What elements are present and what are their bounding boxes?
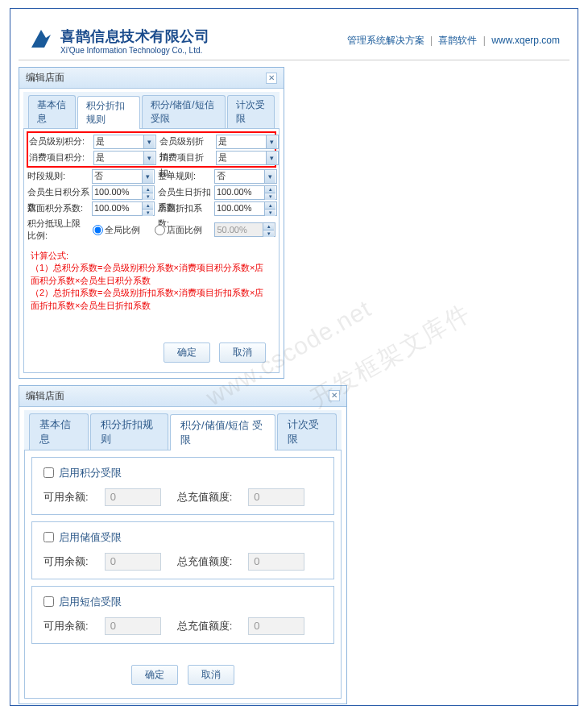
tab-basic-info-2[interactable]: 基本信息 bbox=[29, 413, 89, 450]
link-software[interactable]: 喜鹊软件 bbox=[438, 35, 477, 46]
tab-points-discount-rules[interactable]: 积分折扣规则 bbox=[77, 96, 140, 129]
link-url[interactable]: www.xqerp.com bbox=[491, 35, 560, 46]
tab-count-limit[interactable]: 计次受限 bbox=[227, 95, 275, 128]
label-time-rule: 时段规则: bbox=[27, 168, 90, 184]
dialog2-title: 编辑店面 bbox=[26, 389, 64, 403]
tab-count-limit-2[interactable]: 计次受限 bbox=[277, 413, 337, 450]
ok-button[interactable]: 确定 bbox=[164, 342, 210, 363]
cancel-button-2[interactable]: 取消 bbox=[188, 665, 234, 685]
input-birthday-points-coef[interactable]: 100.00%▴▾ bbox=[92, 185, 155, 200]
dialog-edit-store-2: 编辑店面 ✕ 基本信息 积分折扣规则 积分/储值/短信 受限 计次受限 启用积分… bbox=[19, 385, 347, 704]
label-store-discount-coef: 店面折扣系数: bbox=[158, 201, 213, 216]
close-icon[interactable]: ✕ bbox=[329, 390, 340, 401]
checkbox-enable-recharge-limit[interactable] bbox=[43, 532, 54, 542]
label-member-level-points: 会员级别积分: bbox=[29, 134, 92, 149]
dialog1-tabs: 基本信息 积分折扣规则 积分/储值/短信 受限 计次受限 bbox=[23, 92, 280, 129]
label-consume-item-points: 消费项目积分: bbox=[29, 150, 92, 165]
formula-text: 计算公式: （1）总积分系数=会员级别积分系数×消费项目积分系数×店面积分系数×… bbox=[27, 247, 275, 315]
input-store-discount-coef[interactable]: 100.00%▴▾ bbox=[214, 201, 277, 216]
input-avail-2 bbox=[105, 617, 161, 635]
radio-store-ratio[interactable]: 店面比例 bbox=[155, 224, 202, 236]
tab-points-recharge-sms-limit[interactable]: 积分/储值/短信 受限 bbox=[142, 95, 226, 128]
select-consume-item-discount[interactable]: 是▾ bbox=[216, 151, 279, 165]
input-avail-1 bbox=[105, 553, 161, 571]
input-total-0 bbox=[248, 488, 304, 506]
label-consume-item-discount: 消费项目折扣: bbox=[159, 150, 214, 165]
section-sms-limit: 启用短信受限 可用余额: 总充值额度: bbox=[31, 586, 334, 644]
select-whole-order-rule[interactable]: 否▾ bbox=[214, 169, 277, 184]
input-store-points-coef[interactable]: 100.00%▴▾ bbox=[92, 201, 155, 216]
label-member-level-discount: 会员级别折扣: bbox=[159, 134, 214, 149]
checkbox-enable-sms-limit[interactable] bbox=[43, 596, 54, 607]
input-avail-0 bbox=[105, 488, 161, 506]
checkbox-enable-points-limit[interactable] bbox=[43, 467, 54, 478]
label-total-recharge-0: 总充值额度: bbox=[177, 490, 233, 504]
dialog1-title: 编辑店面 bbox=[26, 71, 64, 85]
label-available-balance-0: 可用余额: bbox=[43, 490, 89, 504]
close-icon[interactable]: ✕ bbox=[266, 73, 277, 84]
label-total-recharge-1: 总充值额度: bbox=[177, 554, 233, 569]
label-birthday-points-coef: 会员生日积分系数: bbox=[27, 185, 90, 200]
select-member-level-discount[interactable]: 是▾ bbox=[216, 135, 279, 149]
input-total-1 bbox=[248, 553, 304, 571]
input-store-ratio: 50.00%▴▾ bbox=[214, 222, 275, 237]
tab-points-discount-rules-2[interactable]: 积分折扣规则 bbox=[90, 413, 168, 450]
label-enable-sms-limit: 启用短信受限 bbox=[59, 595, 122, 609]
label-whole-order-rule: 整单规则: bbox=[158, 168, 213, 184]
tab-points-recharge-sms-limit-2[interactable]: 积分/储值/短信 受限 bbox=[170, 414, 275, 450]
label-enable-recharge-limit: 启用储值受限 bbox=[59, 530, 122, 545]
radio-global-ratio[interactable]: 全局比例 bbox=[93, 224, 140, 236]
label-available-balance-2: 可用余额: bbox=[43, 619, 89, 633]
label-enable-points-limit: 启用积分受限 bbox=[59, 466, 122, 480]
select-consume-item-points[interactable]: 是▾ bbox=[93, 151, 156, 165]
bird-icon bbox=[27, 25, 56, 56]
link-solution[interactable]: 管理系统解决方案 bbox=[347, 35, 424, 46]
section-points-limit: 启用积分受限 可用余额: 总充值额度: bbox=[31, 457, 334, 515]
select-member-level-points[interactable]: 是▾ bbox=[93, 135, 156, 149]
input-birthday-discount-coef[interactable]: 100.00%▴▾ bbox=[214, 185, 277, 200]
label-points-cash-ratio: 积分抵现上限比例: bbox=[27, 218, 88, 242]
header: 喜鹊信息技术有限公司 Xi'Que Information Technology… bbox=[19, 17, 569, 60]
section-recharge-limit: 启用储值受限 可用余额: 总充值额度: bbox=[31, 521, 334, 579]
input-total-2 bbox=[248, 617, 304, 635]
company-name-cn: 喜鹊信息技术有限公司 bbox=[60, 27, 209, 46]
ok-button-2[interactable]: 确定 bbox=[131, 665, 178, 685]
company-name-en: Xi'Que Information Technology Co., Ltd. bbox=[60, 46, 209, 55]
tab-basic-info[interactable]: 基本信息 bbox=[28, 95, 76, 128]
dialog-edit-store-1: 编辑店面 ✕ 基本信息 积分折扣规则 积分/储值/短信 受限 计次受限 会员级别… bbox=[19, 67, 284, 379]
cancel-button[interactable]: 取消 bbox=[219, 342, 266, 363]
label-total-recharge-2: 总充值额度: bbox=[177, 619, 233, 633]
highlighted-row-group: 会员级别积分: 是▾ 会员级别折扣: 是▾ 消费项目积分: 是▾ 消费项目折扣:… bbox=[27, 131, 276, 168]
header-links: 管理系统解决方案 | 喜鹊软件 | www.xqerp.com bbox=[346, 34, 561, 48]
label-available-balance-1: 可用余额: bbox=[43, 554, 89, 569]
logo: 喜鹊信息技术有限公司 Xi'Que Information Technology… bbox=[27, 25, 209, 56]
dialog2-tabs: 基本信息 积分折扣规则 积分/储值/短信 受限 计次受限 bbox=[24, 410, 342, 450]
label-birthday-discount-coef: 会员生日折扣系数: bbox=[158, 185, 213, 200]
select-time-rule[interactable]: 否▾ bbox=[92, 169, 155, 184]
label-store-points-coef: 店面积分系数: bbox=[27, 201, 90, 216]
